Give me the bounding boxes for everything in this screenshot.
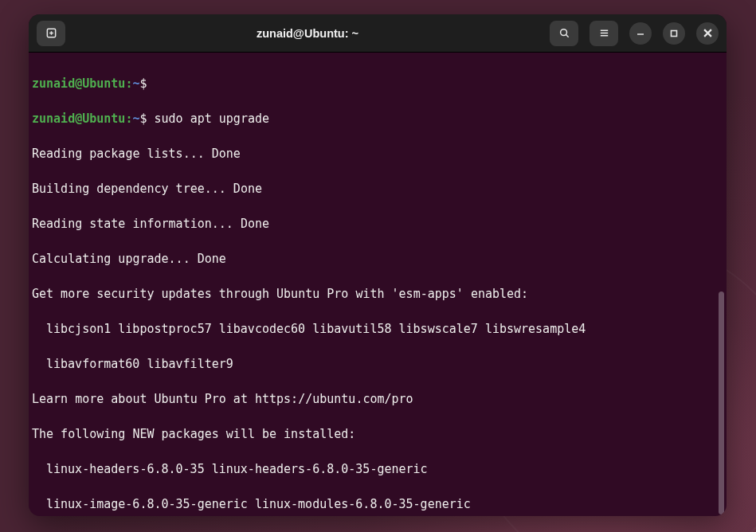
- prompt-user-host: zunaid@Ubuntu: [32, 111, 125, 126]
- output-line: libcjson1 libpostproc57 libavcodec60 lib…: [32, 320, 723, 338]
- output-line: linux-image-6.8.0-35-generic linux-modul…: [32, 495, 723, 513]
- scrollbar-thumb[interactable]: [719, 291, 724, 514]
- prompt-line: zunaid@Ubuntu:~$ sudo apt upgrade: [32, 110, 723, 127]
- prompt-line: zunaid@Ubuntu:~$: [32, 75, 723, 92]
- minimize-icon: [636, 29, 645, 38]
- search-icon: [558, 27, 570, 39]
- search-button[interactable]: [550, 21, 578, 46]
- output-line: Get more security updates through Ubuntu…: [32, 285, 723, 303]
- output-line: Reading package lists... Done: [32, 145, 723, 162]
- prompt-user-host: zunaid@Ubuntu: [32, 76, 125, 91]
- prompt-marker: $: [139, 111, 147, 126]
- svg-point-1: [560, 29, 566, 36]
- maximize-icon: [669, 29, 679, 38]
- prompt-marker: $: [139, 76, 147, 91]
- output-line: Reading state information... Done: [32, 215, 723, 233]
- output-line: The following NEW packages will be insta…: [32, 425, 723, 443]
- svg-rect-2: [672, 30, 677, 36]
- close-button[interactable]: [696, 22, 719, 45]
- maximize-button[interactable]: [663, 22, 685, 45]
- menu-button[interactable]: [590, 21, 618, 46]
- terminal-content: zunaid@Ubuntu:~$ zunaid@Ubuntu:~$ sudo a…: [32, 57, 723, 516]
- hamburger-icon: [598, 27, 610, 39]
- window-title: zunaid@Ubuntu: ~: [70, 27, 545, 40]
- terminal-window: zunaid@Ubuntu: ~: [29, 14, 727, 516]
- new-tab-icon: [45, 27, 57, 39]
- output-line: linux-headers-6.8.0-35 linux-headers-6.8…: [32, 460, 723, 478]
- new-tab-button[interactable]: [37, 21, 65, 46]
- output-line: Building dependency tree... Done: [32, 180, 723, 198]
- output-line: libavformat60 libavfilter9: [32, 355, 723, 373]
- titlebar: zunaid@Ubuntu: ~: [29, 14, 727, 53]
- output-line: Calculating upgrade... Done: [32, 250, 723, 268]
- terminal-body[interactable]: zunaid@Ubuntu:~$ zunaid@Ubuntu:~$ sudo a…: [29, 53, 727, 516]
- minimize-button[interactable]: [629, 22, 652, 45]
- output-line: Learn more about Ubuntu Pro at https://u…: [32, 390, 723, 408]
- close-icon: [702, 27, 714, 39]
- command-upgrade: sudo apt upgrade: [155, 111, 270, 126]
